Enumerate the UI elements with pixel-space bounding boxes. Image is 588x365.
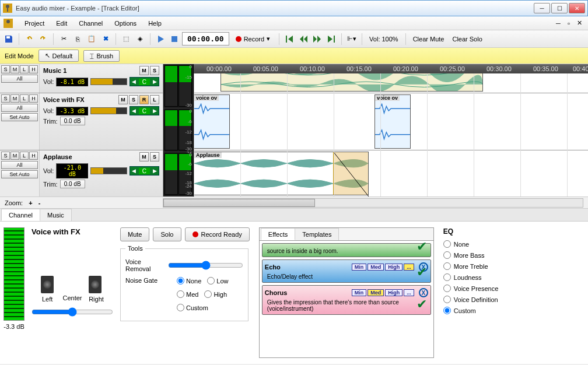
track-all-button[interactable]: All	[1, 161, 38, 169]
volume-label[interactable]: Vol: 100%	[366, 36, 402, 43]
copy-icon[interactable]: ⎘	[71, 33, 84, 45]
fx-med[interactable]: Med	[368, 289, 384, 296]
effect-item[interactable]: Echo Min Med High ... X Echo/Delay effec…	[262, 259, 431, 283]
solo-button[interactable]: S	[129, 95, 138, 104]
save-icon[interactable]	[2, 33, 15, 45]
view-icon[interactable]: ◈	[134, 33, 146, 45]
maximize-button[interactable]: ☐	[551, 3, 568, 13]
menu-channel[interactable]: Channel	[73, 17, 108, 29]
track-s-button[interactable]: S	[1, 152, 10, 160]
stop-icon[interactable]	[168, 33, 181, 45]
menu-project[interactable]: Project	[19, 17, 50, 29]
pan-slider[interactable]	[32, 307, 113, 317]
set-auto-button[interactable]: Set Auto	[1, 113, 38, 121]
fx-more[interactable]: ...	[404, 264, 414, 271]
mdi-restore[interactable]: ▫	[565, 20, 573, 27]
undo-icon[interactable]	[23, 33, 36, 45]
marker-icon[interactable]: ⊩▾	[345, 33, 358, 45]
vol-slider[interactable]	[90, 78, 127, 85]
forward-icon[interactable]	[311, 33, 324, 45]
fx-high[interactable]: High	[385, 264, 402, 271]
fx-med[interactable]: Med	[368, 264, 384, 271]
menu-edit[interactable]: Edit	[50, 17, 73, 29]
eq-voice-definition[interactable]: Voice Definition	[443, 296, 525, 303]
paste-icon[interactable]: 📋	[85, 33, 98, 45]
effect-item[interactable]: source is inside a big room. ✔	[262, 243, 431, 257]
effects-list[interactable]: source is inside a big room. ✔ Echo Min …	[260, 241, 433, 328]
noise-gate-custom[interactable]: Custom	[177, 304, 243, 311]
fx-min[interactable]: Min	[352, 264, 367, 271]
skip-end-icon[interactable]	[325, 33, 338, 45]
mute-button[interactable]: M	[118, 95, 128, 104]
track-s-button[interactable]: S	[1, 65, 10, 73]
pan-control[interactable]: ◀C▶	[130, 77, 159, 86]
delete-icon[interactable]: ✖	[99, 33, 112, 45]
tab-channel[interactable]: Channel	[1, 209, 40, 221]
track-h-button[interactable]: H	[29, 65, 38, 73]
record-ready-button[interactable]: Record Ready	[185, 227, 250, 241]
mdi-minimize[interactable]: ─	[554, 20, 562, 27]
eq-voice-presence[interactable]: Voice Presence	[443, 285, 525, 292]
trim-value[interactable]: 0.0 dB	[60, 117, 85, 125]
track-s-button[interactable]: S	[1, 94, 10, 103]
snap-icon[interactable]: ⬚	[120, 33, 132, 45]
mute-button[interactable]: M	[139, 66, 149, 75]
close-button[interactable]: ✕	[569, 3, 585, 13]
track-h-button[interactable]: H	[29, 152, 38, 160]
horizontal-scrollbar[interactable]	[163, 198, 583, 208]
mdi-close[interactable]: ✕	[575, 19, 583, 27]
vol-value[interactable]: -8.1 dB	[56, 78, 88, 86]
solo-button[interactable]: Solo	[153, 227, 181, 241]
zoom-out-button[interactable]: -	[38, 199, 41, 206]
brush-mode-button[interactable]: ⌶Brush	[83, 50, 120, 62]
fx-min[interactable]: Min	[352, 289, 367, 296]
eq-more-treble[interactable]: More Treble	[443, 262, 525, 270]
noise-gate-low[interactable]: Low	[207, 277, 228, 285]
track-name[interactable]: Voice with FX	[43, 96, 85, 103]
noise-gate-high[interactable]: High	[204, 290, 227, 298]
tab-music[interactable]: Music	[40, 209, 72, 221]
track-m-button[interactable]: M	[10, 94, 19, 103]
mute-button[interactable]: Mute	[120, 227, 149, 241]
track-m-button[interactable]: M	[10, 152, 19, 160]
noise-gate-med[interactable]: Med	[177, 290, 198, 298]
audio-clip[interactable]: voice ov	[194, 94, 230, 149]
solo-button[interactable]: S	[150, 152, 159, 162]
track-l-button[interactable]: L	[20, 152, 29, 160]
set-auto-button[interactable]: Set Auto	[1, 170, 38, 178]
eq-more-bass[interactable]: More Bass	[443, 251, 525, 259]
l-button[interactable]: L	[150, 95, 159, 104]
vol-value[interactable]: -21.0 dB	[56, 163, 88, 178]
remove-effect-icon[interactable]: X	[419, 288, 428, 297]
voice-removal-slider[interactable]	[168, 261, 243, 270]
track-all-button[interactable]: All	[1, 104, 38, 112]
minimize-button[interactable]: ─	[534, 3, 550, 13]
skip-start-icon[interactable]	[283, 33, 296, 45]
menu-options[interactable]: Options	[108, 17, 142, 29]
mute-button[interactable]: M	[139, 152, 149, 162]
default-mode-button[interactable]: ↖Default	[38, 50, 79, 62]
fx-high[interactable]: High	[385, 289, 402, 296]
track-l-button[interactable]: L	[20, 94, 29, 103]
solo-button[interactable]: S	[150, 66, 159, 75]
track-m-button[interactable]: M	[10, 65, 19, 73]
noise-gate-none[interactable]: None	[177, 277, 201, 285]
effect-item[interactable]: Chorus Min Med High ... X Gives the impr…	[262, 285, 431, 315]
track-name[interactable]: Music 1	[43, 67, 66, 74]
vol-slider[interactable]	[90, 167, 127, 174]
trim-value[interactable]: 0.0 dB	[60, 180, 85, 188]
track-h-button[interactable]: H	[29, 94, 38, 103]
clear-solo-button[interactable]: Clear Solo	[449, 36, 485, 43]
time-ruler[interactable]: 00:00.00 00:05.00 00:10.00 00:15.00 00:2…	[194, 64, 588, 73]
pan-control[interactable]: ◀C▶	[130, 166, 159, 176]
vol-value[interactable]: -3.3 dB	[56, 107, 88, 115]
audio-clip[interactable]: voice ov	[374, 94, 411, 149]
track-all-button[interactable]: All	[1, 75, 38, 83]
eq-none[interactable]: None	[443, 240, 525, 248]
zoom-in-button[interactable]: +	[29, 199, 32, 206]
r-button[interactable]: R	[139, 95, 149, 104]
tab-effects[interactable]: Effects	[261, 228, 295, 240]
cut-icon[interactable]: ✂	[57, 33, 70, 45]
waveform-area[interactable]: Music voice ov voice ov Applause	[194, 64, 588, 196]
play-icon[interactable]	[154, 33, 167, 45]
